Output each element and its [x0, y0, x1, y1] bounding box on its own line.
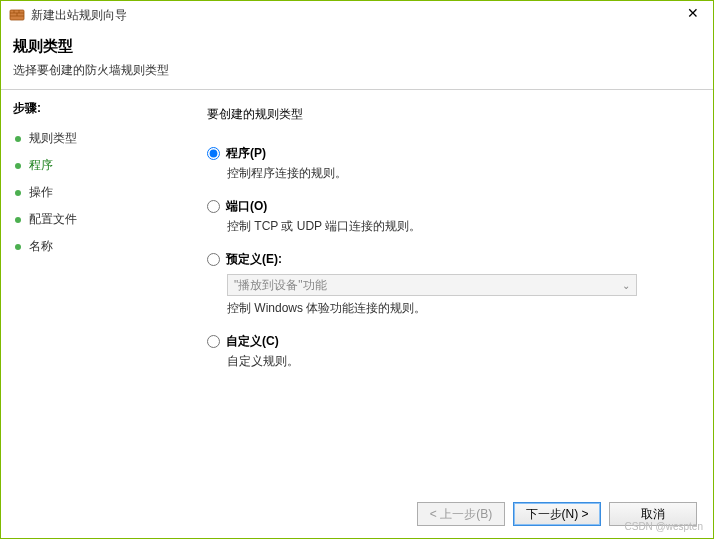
step-program[interactable]: 程序 — [13, 152, 169, 179]
rule-type-prompt: 要创建的规则类型 — [207, 106, 689, 123]
step-rule-type[interactable]: 规则类型 — [13, 125, 169, 152]
main-panel: 要创建的规则类型 程序(P) 控制程序连接的规则。 端口(O) 控制 TCP 或… — [179, 90, 713, 510]
option-program: 程序(P) 控制程序连接的规则。 — [207, 145, 689, 182]
bullet-icon — [15, 190, 21, 196]
option-desc: 控制程序连接的规则。 — [227, 165, 689, 182]
cancel-button[interactable]: 取消 — [609, 502, 697, 526]
predefined-dropdown[interactable]: "播放到设备"功能 ⌄ — [227, 274, 637, 296]
bullet-icon — [15, 163, 21, 169]
radio-label: 自定义(C) — [226, 333, 279, 350]
radio-label: 端口(O) — [226, 198, 267, 215]
radio-custom-input[interactable] — [207, 335, 220, 348]
chevron-down-icon: ⌄ — [622, 280, 630, 291]
option-port: 端口(O) 控制 TCP 或 UDP 端口连接的规则。 — [207, 198, 689, 235]
back-button[interactable]: < 上一步(B) — [417, 502, 505, 526]
step-label: 配置文件 — [29, 211, 77, 228]
radio-program-input[interactable] — [207, 147, 220, 160]
step-label: 名称 — [29, 238, 53, 255]
option-desc: 自定义规则。 — [227, 353, 689, 370]
step-label: 程序 — [29, 157, 53, 174]
radio-label: 预定义(E): — [226, 251, 282, 268]
radio-port-input[interactable] — [207, 200, 220, 213]
radio-label: 程序(P) — [226, 145, 266, 162]
step-label: 规则类型 — [29, 130, 77, 147]
radio-program[interactable]: 程序(P) — [207, 145, 689, 162]
next-button[interactable]: 下一步(N) > — [513, 502, 601, 526]
close-icon: ✕ — [687, 5, 699, 21]
close-button[interactable]: ✕ — [679, 3, 707, 23]
step-profile[interactable]: 配置文件 — [13, 206, 169, 233]
page-subtitle: 选择要创建的防火墙规则类型 — [13, 62, 701, 79]
radio-port[interactable]: 端口(O) — [207, 198, 689, 215]
step-action[interactable]: 操作 — [13, 179, 169, 206]
dropdown-selected: "播放到设备"功能 — [234, 277, 327, 294]
wizard-header: 规则类型 选择要创建的防火墙规则类型 — [1, 29, 713, 89]
bullet-icon — [15, 136, 21, 142]
steps-heading: 步骤: — [13, 100, 169, 117]
wizard-body: 步骤: 规则类型 程序 操作 配置文件 名称 要创建的规则类型 — [1, 90, 713, 510]
firewall-icon — [9, 7, 25, 23]
steps-sidebar: 步骤: 规则类型 程序 操作 配置文件 名称 — [1, 90, 179, 510]
titlebar: 新建出站规则向导 ✕ — [1, 1, 713, 29]
bullet-icon — [15, 217, 21, 223]
radio-predefined[interactable]: 预定义(E): — [207, 251, 689, 268]
step-label: 操作 — [29, 184, 53, 201]
radio-custom[interactable]: 自定义(C) — [207, 333, 689, 350]
wizard-footer: < 上一步(B) 下一步(N) > 取消 — [417, 502, 697, 526]
option-predefined: 预定义(E): "播放到设备"功能 ⌄ 控制 Windows 体验功能连接的规则… — [207, 251, 689, 317]
window-title: 新建出站规则向导 — [31, 7, 127, 24]
radio-predefined-input[interactable] — [207, 253, 220, 266]
option-desc: 控制 Windows 体验功能连接的规则。 — [227, 300, 689, 317]
page-title: 规则类型 — [13, 37, 701, 56]
option-desc: 控制 TCP 或 UDP 端口连接的规则。 — [227, 218, 689, 235]
rule-type-options: 程序(P) 控制程序连接的规则。 端口(O) 控制 TCP 或 UDP 端口连接… — [207, 145, 689, 370]
bullet-icon — [15, 244, 21, 250]
step-name[interactable]: 名称 — [13, 233, 169, 260]
option-custom: 自定义(C) 自定义规则。 — [207, 333, 689, 370]
